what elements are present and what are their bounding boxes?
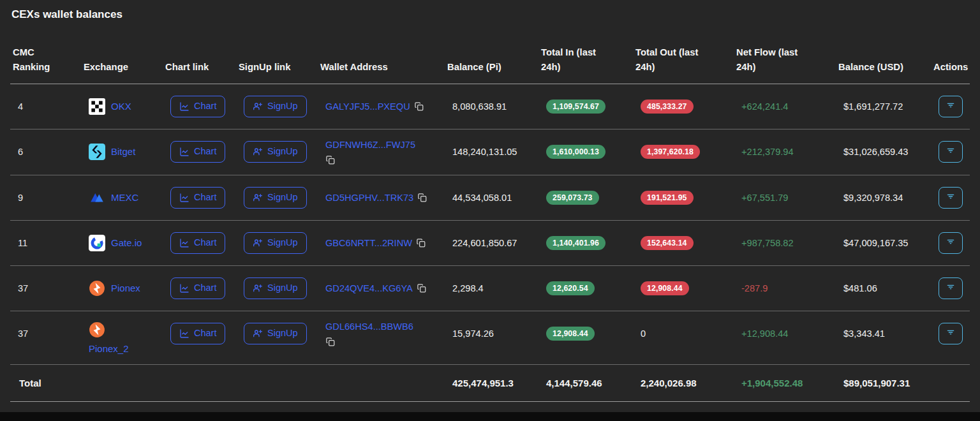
exchange-name: MEXC <box>111 192 138 203</box>
col-header-exchange: Exchange <box>81 29 163 84</box>
table-header: CMC Ranking Exchange Chart link SignUp l… <box>10 29 970 84</box>
wallet-address-link[interactable]: GD24QVE4...KG6YA <box>325 283 413 293</box>
balance-pi-value: 2,298.4 <box>452 283 484 293</box>
total-out-badge: 1,397,620.18 <box>641 145 700 159</box>
actions-button[interactable] <box>939 232 963 254</box>
chart-button[interactable]: Chart <box>170 141 225 162</box>
signup-button[interactable]: SignUp <box>244 96 307 117</box>
table-row: 9 MEXC Chart <box>10 175 970 220</box>
balance-usd-value: $47,009,167.35 <box>843 238 908 248</box>
wallet-address-link[interactable]: GDL66HS4...BBWB6 <box>325 321 413 332</box>
exchange-name: Gate.io <box>111 237 142 248</box>
exchange-name: OKX <box>111 101 131 112</box>
total-balance-usd: $89,051,907.31 <box>843 378 910 388</box>
line-chart-icon <box>179 238 189 248</box>
wallet-address-link[interactable]: GDFNWH6Z...FWJ75 <box>325 140 415 150</box>
col-header-actions: Actions <box>931 29 970 84</box>
total-in-badge: 259,073.73 <box>546 191 599 205</box>
chart-button[interactable]: Chart <box>170 232 225 253</box>
table-row: 37 Pionex_2 Chart <box>10 311 970 364</box>
total-out-badge: 152,643.14 <box>641 236 694 250</box>
col-header-wallet-address: Wallet Address <box>318 29 445 84</box>
exchange-name: Bitget <box>111 146 135 157</box>
line-chart-icon <box>179 329 189 339</box>
signup-button[interactable]: SignUp <box>244 232 307 253</box>
chart-button[interactable]: Chart <box>170 187 225 208</box>
balance-usd-value: $1,691,277.72 <box>843 101 903 112</box>
exchange-name: Pionex_2 <box>89 343 129 354</box>
net-flow-value: +212,379.94 <box>741 147 794 157</box>
copy-address-button[interactable] <box>416 238 426 247</box>
total-net-flow: +1,904,552.48 <box>741 378 803 388</box>
wallet-address-link[interactable]: GD5HGPHV...TRK73 <box>325 193 413 203</box>
total-out-sum: 2,240,026.98 <box>641 378 697 388</box>
exchange-link[interactable]: Pionex_2 <box>89 321 129 354</box>
exchange-link[interactable]: Bitget <box>89 144 135 160</box>
total-in-badge: 12,908.44 <box>546 327 595 341</box>
signup-button[interactable]: SignUp <box>244 277 307 299</box>
signup-button[interactable]: SignUp <box>244 323 307 344</box>
chart-button[interactable]: Chart <box>170 323 225 344</box>
cmc-ranking-value: 37 <box>18 329 28 339</box>
chart-button[interactable]: Chart <box>170 96 225 117</box>
exchange-link[interactable]: Gate.io <box>89 235 142 251</box>
mexc-logo-icon <box>89 189 105 206</box>
line-chart-icon <box>179 147 189 157</box>
table-row: 37 Pionex Chart <box>10 265 970 311</box>
copy-address-button[interactable] <box>414 101 424 111</box>
copy-address-button[interactable] <box>325 337 441 346</box>
filter-icon <box>946 191 956 203</box>
table-body: 4 OKX Chart <box>10 84 970 364</box>
wallet-address-link[interactable]: GALYJFJ5...PXEQU <box>325 101 410 112</box>
line-chart-icon <box>179 283 189 293</box>
col-header-total-out: Total Out (last 24h) <box>633 29 734 84</box>
signup-button-label: SignUp <box>267 283 298 293</box>
exchange-link[interactable]: Pionex <box>89 280 140 297</box>
copy-address-button[interactable] <box>417 283 426 293</box>
chart-button-label: Chart <box>194 328 216 339</box>
signup-button-label: SignUp <box>267 101 298 112</box>
user-plus-icon <box>253 193 263 203</box>
copy-address-button[interactable] <box>417 193 427 202</box>
gateio-logo-icon <box>89 235 105 251</box>
actions-button[interactable] <box>939 141 963 163</box>
user-plus-icon <box>253 101 263 112</box>
total-in-sum: 4,144,579.46 <box>546 378 602 388</box>
chart-button[interactable]: Chart <box>170 277 225 299</box>
table-row: 11 Gate.io Chart <box>10 220 970 265</box>
copy-address-button[interactable] <box>325 155 441 165</box>
signup-button-label: SignUp <box>267 192 298 203</box>
cmc-ranking-value: 6 <box>18 147 23 157</box>
balance-usd-value: $481.06 <box>843 283 877 293</box>
signup-button[interactable]: SignUp <box>244 141 307 162</box>
okx-logo-icon <box>89 98 105 115</box>
actions-button[interactable] <box>939 187 963 209</box>
exchange-link[interactable]: MEXC <box>89 189 138 206</box>
exchange-link[interactable]: OKX <box>89 98 131 115</box>
actions-button[interactable] <box>939 277 963 299</box>
actions-button[interactable] <box>939 96 963 117</box>
total-balance-pi: 425,474,951.3 <box>452 378 514 388</box>
exchange-name: Pionex <box>111 283 140 293</box>
cmc-ranking-value: 4 <box>18 101 23 112</box>
filter-icon <box>946 100 956 112</box>
bitget-logo-icon <box>89 144 105 160</box>
total-in-badge: 1,109,574.67 <box>546 100 605 114</box>
balance-usd-value: $3,343.41 <box>843 329 885 339</box>
total-out-badge: 0 <box>641 329 646 339</box>
filter-icon <box>946 327 956 339</box>
chart-button-label: Chart <box>194 146 216 157</box>
wallet-address-link[interactable]: GBC6NRTT...2RINW <box>325 238 412 248</box>
net-flow-value: +624,241.4 <box>741 101 788 112</box>
chart-button-label: Chart <box>194 192 216 203</box>
cex-balances-page: CEXs wallet balances CMC Ranking Exchang… <box>0 0 980 412</box>
total-in-badge: 12,620.54 <box>546 281 595 295</box>
signup-button[interactable]: SignUp <box>244 187 307 208</box>
col-header-balance-pi: Balance (Pi) <box>445 29 538 84</box>
wallet-address-cell: GDL66HS4...BBWB6 <box>325 321 441 346</box>
chart-button-label: Chart <box>194 283 216 293</box>
balance-usd-value: $31,026,659.43 <box>843 147 908 157</box>
page-title: CEXs wallet balances <box>10 0 970 29</box>
actions-button[interactable] <box>939 323 963 344</box>
wallet-address-cell: GDFNWH6Z...FWJ75 <box>325 140 441 165</box>
